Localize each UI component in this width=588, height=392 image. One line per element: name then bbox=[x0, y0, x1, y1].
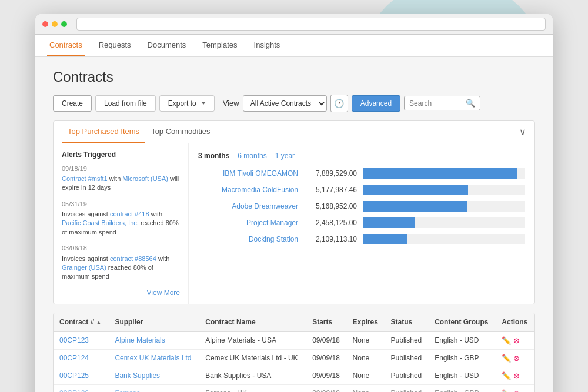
chart-bar-container bbox=[363, 185, 525, 195]
content-groups-cell: English - GBP bbox=[429, 384, 496, 392]
starts-cell: 09/09/18 bbox=[306, 349, 346, 367]
edit-icon[interactable]: ✏️ bbox=[502, 336, 511, 345]
contract-number-link[interactable]: 00CP125 bbox=[59, 371, 89, 380]
tab-requests[interactable]: Requests bbox=[96, 35, 133, 56]
filter-1year[interactable]: 1 year bbox=[275, 152, 295, 160]
contract-name-cell: Cemex UK Materials Ltd - UK bbox=[199, 349, 306, 367]
edit-icon[interactable]: ✏️ bbox=[502, 354, 511, 363]
tab-insights[interactable]: Insights bbox=[252, 35, 283, 56]
url-bar[interactable] bbox=[76, 18, 546, 31]
contract-link[interactable]: contract #88564 bbox=[110, 255, 156, 262]
collapse-button[interactable]: ∨ bbox=[519, 126, 526, 138]
col-starts[interactable]: Starts bbox=[306, 313, 346, 331]
chart-item-label[interactable]: IBM Tivoli OMEGAMON bbox=[198, 169, 298, 177]
col-expires[interactable]: Expires bbox=[347, 313, 385, 331]
delete-icon[interactable]: ⊗ bbox=[513, 389, 520, 392]
supplier-link[interactable]: Alpine Materials bbox=[115, 336, 165, 344]
delete-icon[interactable]: ⊗ bbox=[513, 371, 520, 380]
col-status[interactable]: Status bbox=[385, 313, 429, 331]
tab-top-commodities[interactable]: Top Commodities bbox=[145, 121, 216, 143]
alert-date: 03/06/18 bbox=[62, 244, 180, 253]
content-groups-cell: English - USD bbox=[429, 331, 496, 350]
expires-cell: None bbox=[347, 349, 385, 367]
contract-name-cell: Alpine Materials - USA bbox=[199, 331, 306, 350]
action-icons: ✏️ ⊗ bbox=[502, 371, 529, 380]
export-to-button[interactable]: Export to bbox=[159, 95, 215, 112]
alerts-title: Alerts Triggered bbox=[62, 150, 180, 159]
action-icons: ✏️ ⊗ bbox=[502, 354, 529, 363]
tab-top-purchased-items[interactable]: Top Purchased Items bbox=[62, 121, 145, 143]
page-title: Contracts bbox=[53, 69, 535, 85]
contract-number-link[interactable]: 00CP123 bbox=[59, 336, 89, 344]
create-button[interactable]: Create bbox=[53, 95, 92, 112]
table-row: 00CP123 Alpine Materials Alpine Material… bbox=[54, 331, 534, 350]
contract-number-link[interactable]: 00CP126 bbox=[59, 389, 89, 392]
tab-templates[interactable]: Templates bbox=[200, 35, 239, 56]
chart-bar bbox=[363, 168, 517, 179]
clock-icon: 🕐 bbox=[334, 99, 344, 108]
search-icon: 🔍 bbox=[466, 99, 475, 108]
toolbar: Create Load from file Export to View All… bbox=[53, 95, 535, 112]
status-cell: Published bbox=[385, 349, 429, 367]
chart-rows: IBM Tivoli OMEGAMON 7,889,529.00 Macrome… bbox=[198, 168, 525, 244]
starts-cell: 09/09/18 bbox=[306, 367, 346, 384]
contract-number-link[interactable]: 00CP124 bbox=[59, 354, 89, 362]
contract-link[interactable]: contract #418 bbox=[110, 210, 149, 217]
supplier-link[interactable]: Cemex UK Materials Ltd bbox=[115, 354, 191, 362]
insights-body: Alerts Triggered 09/18/19 Contract #msft… bbox=[54, 143, 534, 304]
company-link[interactable]: Microsoft (USA) bbox=[122, 175, 168, 182]
filter-3months[interactable]: 3 months bbox=[198, 152, 229, 160]
chart-item-value: 5,177,987.46 bbox=[304, 186, 357, 194]
edit-icon[interactable]: ✏️ bbox=[502, 371, 511, 380]
chart-item-label[interactable]: Adobe Dreamweaver bbox=[198, 202, 298, 210]
edit-icon[interactable]: ✏️ bbox=[502, 389, 511, 392]
col-name[interactable]: Contract Name bbox=[199, 313, 306, 331]
delete-icon[interactable]: ⊗ bbox=[513, 336, 520, 345]
chart-bar-container bbox=[363, 234, 525, 244]
contracts-table: Contract # Supplier Contract Name Starts… bbox=[53, 313, 535, 392]
filter-6months[interactable]: 6 months bbox=[238, 152, 266, 160]
table-header-row: Contract # Supplier Contract Name Starts… bbox=[54, 313, 534, 331]
chart-bar bbox=[363, 201, 467, 212]
tab-contracts[interactable]: Contracts bbox=[47, 35, 85, 56]
delete-icon[interactable]: ⊗ bbox=[513, 354, 520, 363]
supplier-link[interactable]: Femcee bbox=[115, 389, 140, 392]
alert-text: Invoices against contract #418 with Paci… bbox=[62, 210, 180, 237]
chart-item-label[interactable]: Macromedia ColdFusion bbox=[198, 186, 298, 194]
content-groups-cell: English - USD bbox=[429, 367, 496, 384]
list-item: 05/31/19 Invoices against contract #418 … bbox=[62, 200, 180, 237]
clock-icon-button[interactable]: 🕐 bbox=[330, 95, 348, 112]
alert-text: Contract #msft1 with Microsoft (USA) wil… bbox=[62, 175, 180, 193]
export-label: Export to bbox=[168, 99, 196, 108]
chart-item-value: 5,168,952.00 bbox=[304, 202, 357, 210]
contract-link[interactable]: Contract #msft1 bbox=[62, 175, 108, 182]
chart-row: Project Manager 2,458,125.00 bbox=[198, 217, 525, 228]
view-select[interactable]: All Active Contracts bbox=[243, 95, 327, 112]
col-contract[interactable]: Contract # bbox=[54, 313, 109, 331]
table-row: 00CP126 Femcee Femcee - UK 09/09/18 None… bbox=[54, 384, 534, 392]
action-icons: ✏️ ⊗ bbox=[502, 389, 529, 392]
supplier-link[interactable]: Bank Supplies bbox=[115, 371, 160, 380]
col-content-groups[interactable]: Content Groups bbox=[429, 313, 496, 331]
company-link[interactable]: Grainger (USA) bbox=[62, 264, 106, 271]
maximize-dot[interactable] bbox=[61, 21, 67, 27]
status-cell: Published bbox=[385, 367, 429, 384]
content-groups-cell: English - GBP bbox=[429, 349, 496, 367]
alert-text: Invoices against contract #88564 with Gr… bbox=[62, 254, 180, 282]
view-more-link[interactable]: View More bbox=[62, 289, 180, 297]
chart-item-label[interactable]: Project Manager bbox=[198, 219, 298, 227]
load-from-file-button[interactable]: Load from file bbox=[95, 95, 156, 112]
col-actions: Actions bbox=[496, 313, 534, 331]
starts-cell: 09/09/18 bbox=[306, 331, 346, 350]
company-link[interactable]: Pacific Coast Builders, Inc. bbox=[62, 219, 139, 226]
close-dot[interactable] bbox=[42, 21, 48, 27]
col-supplier[interactable]: Supplier bbox=[109, 313, 199, 331]
search-box[interactable]: 🔍 bbox=[404, 96, 480, 110]
minimize-dot[interactable] bbox=[52, 21, 58, 27]
tab-documents[interactable]: Documents bbox=[145, 35, 189, 56]
search-input[interactable] bbox=[409, 99, 463, 108]
chart-item-label[interactable]: Docking Station bbox=[198, 235, 298, 243]
status-cell: Published bbox=[385, 384, 429, 392]
advanced-button[interactable]: Advanced bbox=[352, 95, 400, 112]
table-row: 00CP124 Cemex UK Materials Ltd Cemex UK … bbox=[54, 349, 534, 367]
